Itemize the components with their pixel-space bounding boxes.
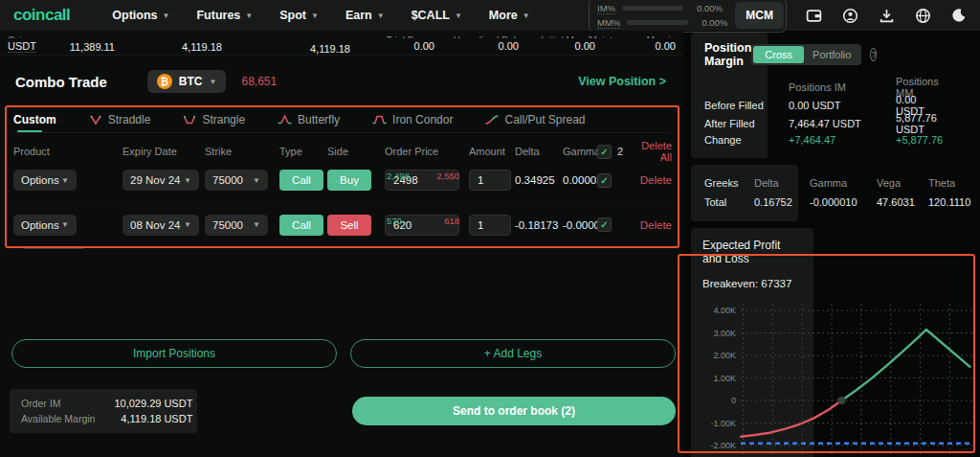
- asset-selector[interactable]: ₿ BTC ▼: [147, 70, 227, 93]
- tab-call-put-spread[interactable]: Call/Put Spread: [485, 107, 585, 132]
- iron-condor-icon: [372, 114, 387, 126]
- side-buy-button[interactable]: Buy: [327, 170, 371, 191]
- right-panel: Position Margin Cross Portfolio ? Positi…: [691, 33, 980, 457]
- product-select[interactable]: Options▼: [13, 170, 77, 191]
- coincall-app: coincall Options▼ Futures▼ Spot▼ Earn▼ $…: [0, 0, 980, 457]
- account-stats-row: CoinUSDT Equity11,389.11 Available Margi…: [0, 31, 683, 56]
- nav-options[interactable]: Options▼: [112, 9, 169, 22]
- nav-scall[interactable]: $CALL▼: [412, 9, 462, 22]
- stat-equity: Equity11,389.11: [52, 31, 128, 55]
- tab-iron-condor[interactable]: Iron Condor: [372, 107, 453, 132]
- amount-input[interactable]: [469, 215, 511, 236]
- expiry-select[interactable]: 08 Nov 24▼: [122, 215, 199, 236]
- col-positions-im: Positions IM: [789, 81, 896, 93]
- leg-checkbox[interactable]: [597, 217, 612, 232]
- product-select[interactable]: Options▼: [13, 215, 77, 236]
- legs-table-header: Product Expiry Date Strike Type Side Ord…: [13, 140, 672, 157]
- chevron-down-icon: ▼: [253, 176, 260, 185]
- side-sell-button[interactable]: Sell: [327, 215, 371, 236]
- im-percent-value: 0.00%: [690, 3, 723, 13]
- greeks-section: Greeks Delta Gamma Vega Theta Total 0.16…: [691, 165, 798, 221]
- gamma-value: -0.0000: [563, 219, 597, 231]
- chevron-down-icon: ▼: [210, 78, 217, 86]
- horizontal-scrollbar[interactable]: [23, 246, 84, 249]
- asset-price: 68,651: [241, 75, 277, 88]
- pnl-chart: 4.00K3.00K2.00K1.00K0-1.00K-2.00K-3.00K5…: [697, 296, 980, 457]
- dark-mode-icon[interactable]: [951, 8, 967, 23]
- select-all-checkbox[interactable]: [597, 145, 612, 159]
- stat-trial-bonus: Trial Bonus0.00: [362, 31, 434, 55]
- table-row: After Filled 7,464.47 USDT 5,877.76 USDT: [704, 112, 754, 130]
- chevron-down-icon: ▼: [455, 11, 462, 20]
- type-call-button[interactable]: Call: [279, 215, 323, 236]
- ask-price: 618: [444, 216, 459, 226]
- available-margin-value: 4,119.18 USDT: [121, 411, 192, 426]
- tab-straddle[interactable]: Straddle: [89, 107, 151, 132]
- svg-text:4.00K: 4.00K: [713, 306, 736, 315]
- chevron-down-icon: ▼: [163, 11, 170, 20]
- stat-available-margin: Available Margin4,119.18: [128, 31, 235, 55]
- position-margin-section: Position Margin Cross Portfolio ? Positi…: [691, 33, 768, 158]
- mm-percent-bar: [627, 20, 688, 25]
- leg-row-2: Options▼ 08 Nov 24▼ 75000▼ Call Sell 570…: [13, 203, 672, 245]
- stat-margin-balance: Margin Balance4,119.18: [235, 31, 362, 55]
- call-put-spread-icon: [485, 114, 499, 126]
- strike-select[interactable]: 75000▼: [205, 215, 268, 236]
- wallet-icon[interactable]: [806, 8, 822, 24]
- mm-percent-value: 0.00%: [695, 17, 727, 28]
- svg-text:1.00K: 1.00K: [713, 374, 736, 383]
- leg-row-1: Options▼ 29 Nov 24▼ 75000▼ Call Buy 2,49…: [13, 159, 672, 201]
- download-icon[interactable]: [879, 8, 895, 24]
- tab-butterfly[interactable]: Butterfly: [278, 107, 340, 132]
- order-im-label: Order IM: [21, 396, 95, 411]
- chevron-down-icon: ▼: [184, 220, 191, 229]
- chevron-down-icon: ▼: [523, 11, 530, 20]
- svg-text:2.00K: 2.00K: [713, 351, 736, 360]
- cross-toggle[interactable]: Cross: [753, 46, 804, 63]
- strategy-tabs: Custom Straddle Strangle Butterfly Iron …: [13, 107, 670, 133]
- leg-checkbox[interactable]: [597, 173, 612, 188]
- straddle-icon: [89, 114, 102, 126]
- add-legs-button[interactable]: + Add Legs: [350, 339, 676, 368]
- send-to-order-book-button[interactable]: Send to order book (2): [352, 397, 676, 425]
- chevron-down-icon: ▼: [311, 11, 319, 20]
- position-margin-title: Position Margin: [704, 41, 751, 68]
- margin-ratio-widget: IM% 0.00% MM% 0.00% MCM: [589, 0, 787, 33]
- delta-value: -0.18173: [515, 219, 563, 231]
- nav-earn[interactable]: Earn▼: [345, 9, 385, 22]
- type-call-button[interactable]: Call: [279, 170, 323, 191]
- svg-text:0: 0: [731, 396, 736, 405]
- nav-futures[interactable]: Futures▼: [196, 9, 253, 22]
- stat-initial-margin: Initial Margin0.00: [519, 31, 595, 55]
- nav-spot[interactable]: Spot▼: [279, 9, 319, 22]
- chevron-down-icon: ▼: [253, 220, 260, 229]
- globe-icon[interactable]: [915, 8, 931, 24]
- expiry-select[interactable]: 29 Nov 24▼: [122, 170, 199, 191]
- coincall-logo[interactable]: coincall: [13, 6, 70, 25]
- chevron-down-icon: ▼: [377, 11, 385, 20]
- view-position-link[interactable]: View Position >: [578, 75, 666, 88]
- selected-count: 2: [617, 146, 623, 157]
- topbar: coincall Options▼ Futures▼ Spot▼ Earn▼ $…: [0, 0, 980, 31]
- amount-input[interactable]: [469, 170, 511, 191]
- svg-text:3.00K: 3.00K: [713, 329, 736, 338]
- nav-more[interactable]: More▼: [489, 9, 530, 22]
- question-icon[interactable]: ?: [870, 48, 877, 61]
- delete-leg-button[interactable]: Delete: [637, 174, 672, 186]
- strike-select[interactable]: 75000▼: [205, 170, 268, 191]
- chevron-down-icon: ▼: [184, 176, 191, 185]
- delete-leg-button[interactable]: Delete: [637, 219, 672, 231]
- stat-maintenance-margin: Maintenance Margin0.00: [595, 31, 676, 55]
- gamma-value: 0.00003: [563, 174, 597, 186]
- breakeven-value: Breakeven: 67337: [702, 278, 802, 289]
- ask-price: 2,550: [436, 171, 459, 181]
- margin-mode-toggle: Cross Portfolio: [751, 44, 861, 65]
- bid-price: 2,498: [387, 171, 410, 181]
- portfolio-toggle[interactable]: Portfolio: [804, 46, 859, 63]
- tab-custom[interactable]: Custom: [13, 107, 56, 132]
- page-title: Combo Trade: [15, 74, 107, 90]
- mcm-button[interactable]: MCM: [735, 2, 784, 29]
- profile-icon[interactable]: [842, 8, 858, 24]
- import-positions-button[interactable]: Import Positions: [11, 339, 337, 368]
- tab-strangle[interactable]: Strangle: [183, 107, 245, 132]
